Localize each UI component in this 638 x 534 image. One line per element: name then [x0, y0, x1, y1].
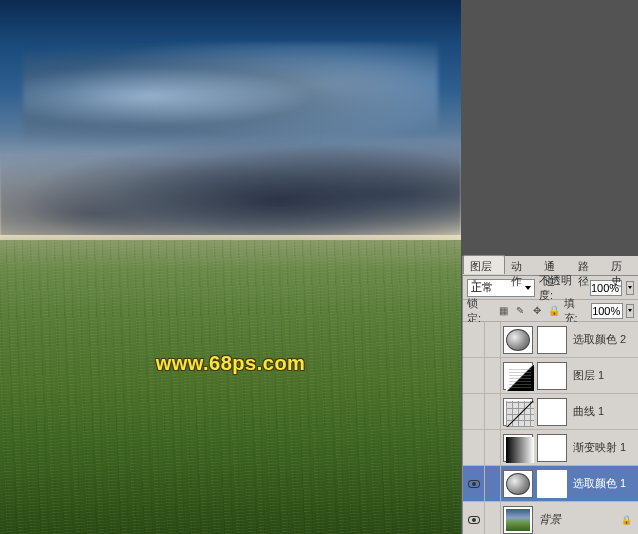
mask-thumbnail[interactable]	[537, 398, 567, 426]
mask-thumbnail[interactable]	[537, 434, 567, 462]
adjustment-thumbnail[interactable]	[503, 470, 533, 498]
eye-icon	[468, 480, 480, 488]
tab-actions[interactable]: 动作	[505, 256, 538, 275]
fill-input[interactable]: 100%	[591, 303, 623, 319]
lock-transparency-icon[interactable]: ▦	[497, 304, 511, 318]
lock-all-icon[interactable]: 🔒	[547, 304, 561, 318]
mask-thumbnail[interactable]	[537, 326, 567, 354]
layer-row[interactable]: 选取颜色 1	[463, 466, 638, 502]
layer-row[interactable]: 渐变映射 1	[463, 430, 638, 466]
layer-name[interactable]: 渐变映射 1	[573, 440, 626, 455]
layers-panel: 图层× 动作 通道 路径 历史 正常 不透明度: 100% 锁定: ▦ ✎ ✥ …	[462, 256, 638, 534]
mask-thumbnail[interactable]	[537, 362, 567, 390]
layer-row[interactable]: 曲线 1	[463, 394, 638, 430]
visibility-toggle[interactable]	[463, 430, 485, 465]
adjustment-thumbnail[interactable]	[503, 362, 533, 390]
mask-thumbnail[interactable]	[537, 470, 567, 498]
link-column[interactable]	[485, 502, 501, 534]
lock-paint-icon[interactable]: ✎	[513, 304, 527, 318]
levels-icon	[506, 365, 534, 391]
link-column[interactable]	[485, 322, 501, 357]
layer-name[interactable]: 背景	[539, 512, 561, 527]
opacity-dropdown-icon[interactable]	[626, 281, 634, 295]
lock-position-icon[interactable]: ✥	[530, 304, 544, 318]
layers-list: 选取颜色 2 图层 1 曲线 1 渐变映射 1	[463, 322, 638, 534]
gradient-map-icon	[506, 437, 534, 463]
layer-name[interactable]: 图层 1	[573, 368, 604, 383]
adjustment-thumbnail[interactable]	[503, 434, 533, 462]
fill-label: 填充:	[564, 296, 589, 326]
tab-paths[interactable]: 路径	[572, 256, 605, 275]
link-column[interactable]	[485, 358, 501, 393]
layer-thumbnail[interactable]	[503, 506, 533, 534]
layer-row[interactable]: 图层 1	[463, 358, 638, 394]
layer-name[interactable]: 选取颜色 2	[573, 332, 626, 347]
lock-label: 锁定:	[467, 296, 492, 326]
visibility-toggle[interactable]	[463, 322, 485, 357]
layer-name[interactable]: 选取颜色 1	[573, 476, 626, 491]
visibility-toggle[interactable]	[463, 394, 485, 429]
lock-icon: 🔒	[621, 515, 632, 525]
background-thumb-icon	[506, 509, 530, 531]
layer-name[interactable]: 曲线 1	[573, 404, 604, 419]
curves-icon	[506, 401, 534, 427]
panel-tab-strip: 图层× 动作 通道 路径 历史	[463, 256, 638, 276]
tab-layers-label: 图层	[470, 260, 492, 272]
visibility-toggle[interactable]	[463, 358, 485, 393]
image-field	[0, 240, 461, 534]
tab-layers[interactable]: 图层×	[463, 255, 505, 274]
adjustment-thumbnail[interactable]	[503, 326, 533, 354]
visibility-toggle[interactable]	[463, 502, 485, 534]
link-column[interactable]	[485, 466, 501, 501]
selective-color-icon	[506, 329, 530, 351]
visibility-toggle[interactable]	[463, 466, 485, 501]
layer-row[interactable]: 选取颜色 2	[463, 322, 638, 358]
selective-color-icon	[506, 473, 530, 495]
tab-channels[interactable]: 通道	[538, 256, 571, 275]
document-canvas[interactable]: www.68ps.com	[0, 0, 461, 534]
lock-fill-row: 锁定: ▦ ✎ ✥ 🔒 填充: 100%	[463, 300, 638, 322]
close-icon[interactable]: ×	[472, 276, 477, 286]
adjustment-thumbnail[interactable]	[503, 398, 533, 426]
chevron-down-icon	[525, 286, 531, 290]
eye-icon	[468, 516, 480, 524]
fill-dropdown-icon[interactable]	[626, 304, 634, 318]
tab-history[interactable]: 历史	[605, 256, 638, 275]
layer-row-background[interactable]: 背景 🔒	[463, 502, 638, 534]
blend-mode-select[interactable]: 正常	[467, 279, 535, 297]
link-column[interactable]	[485, 430, 501, 465]
link-column[interactable]	[485, 394, 501, 429]
